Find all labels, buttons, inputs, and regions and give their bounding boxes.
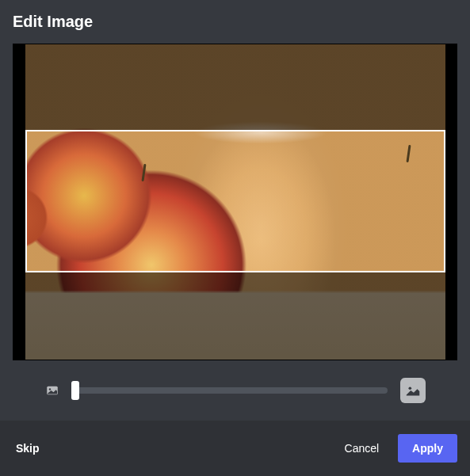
image-preview[interactable]	[25, 44, 445, 360]
dialog-title: Edit Image	[13, 13, 457, 31]
zoom-slider-thumb[interactable]	[71, 381, 79, 400]
image-crop-area[interactable]	[13, 44, 457, 360]
cancel-button[interactable]: Cancel	[332, 434, 392, 463]
zoom-slider-row	[0, 378, 470, 403]
edit-image-dialog: Edit Image	[0, 0, 470, 476]
crop-mask-top	[25, 44, 445, 130]
image-small-icon	[44, 383, 60, 398]
image-large-icon	[400, 378, 426, 403]
zoom-slider[interactable]	[73, 387, 388, 394]
crop-mask-bottom	[25, 272, 445, 360]
svg-point-3	[409, 387, 412, 390]
dialog-header: Edit Image	[0, 0, 470, 37]
skip-button[interactable]: Skip	[13, 436, 43, 461]
svg-point-1	[49, 388, 51, 390]
apply-button[interactable]: Apply	[398, 434, 457, 463]
dialog-footer: Skip Cancel Apply	[0, 421, 470, 476]
